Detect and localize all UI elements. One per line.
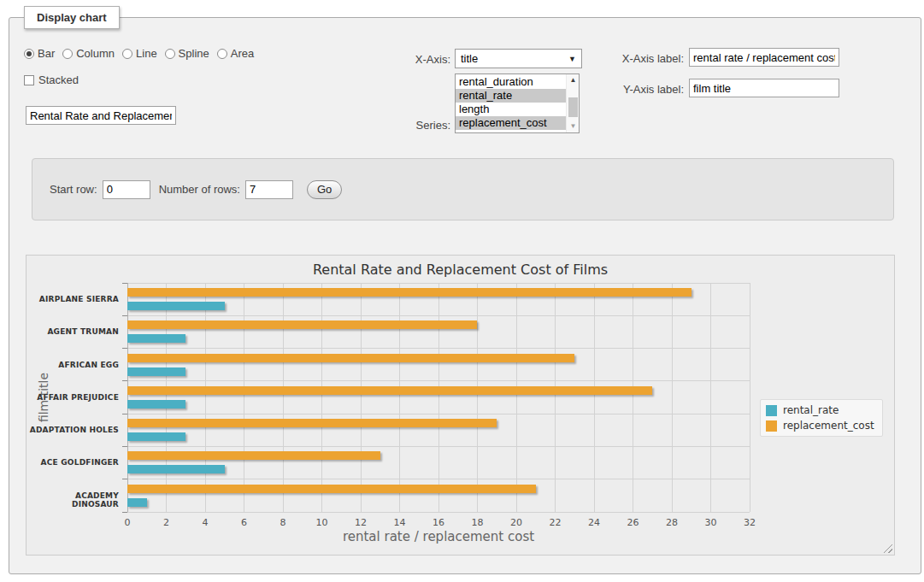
bar-replacement_cost-airplane-sierra[interactable]	[127, 288, 692, 297]
bar-rental_rate-airplane-sierra[interactable]	[127, 302, 225, 310]
gridline	[516, 283, 517, 512]
x-tick-label: 24	[581, 517, 607, 528]
gridline	[127, 348, 750, 349]
radio-icon[interactable]	[165, 49, 175, 59]
y-axis-line	[127, 283, 128, 512]
chart-type-spline[interactable]: Spline	[165, 47, 209, 60]
scrollbar-thumb[interactable]	[568, 97, 578, 117]
x-tick-label: 18	[465, 517, 491, 528]
legend-item-rental_rate[interactable]: rental_rate	[766, 404, 874, 416]
x-tick-label: 4	[192, 517, 218, 528]
category-label: AGENT TRUMAN	[26, 327, 119, 336]
page: Display chart BarColumnLineSplineArea St…	[0, 0, 924, 582]
resize-handle-icon[interactable]	[883, 544, 892, 553]
series-scrollbar[interactable]: ▲ ▼	[566, 74, 579, 132]
gridline	[750, 283, 750, 512]
legend-swatch-icon	[766, 420, 777, 432]
series-select-label: Series:	[348, 119, 450, 132]
series-option-rental_rate[interactable]: rental_rate	[456, 89, 566, 103]
x-tick-label: 20	[503, 517, 529, 528]
bar-rental_rate-african-egg[interactable]	[127, 367, 185, 376]
radio-icon[interactable]	[122, 49, 132, 59]
radio-icon[interactable]	[217, 49, 227, 59]
series-option-replacement_cost[interactable]: replacement_cost	[456, 116, 566, 130]
row-range-box: Start row: Number of rows: Go	[32, 158, 894, 220]
stacked-checkbox[interactable]	[24, 75, 34, 85]
x-tick-label: 10	[309, 517, 335, 528]
category-label: AFRICAN EGG	[26, 361, 119, 369]
chart-type-column[interactable]: Column	[62, 47, 115, 60]
x-axis-label-label: X-Axis label:	[581, 52, 684, 65]
legend-label: rental_rate	[783, 404, 839, 416]
bar-replacement_cost-affair-prejudice[interactable]	[127, 386, 652, 395]
chart-type-area[interactable]: Area	[217, 47, 254, 60]
gridline	[127, 479, 750, 479]
gridline	[244, 283, 244, 512]
gridline	[672, 283, 673, 512]
gridline	[438, 283, 439, 512]
chart-title-input[interactable]	[26, 106, 176, 125]
category-label: AIRPLANE SIERRA	[26, 295, 119, 303]
y-axis-label-input[interactable]	[689, 79, 839, 97]
radio-icon[interactable]	[62, 49, 73, 59]
chart-type-line[interactable]: Line	[122, 47, 157, 60]
category-label: ACADEMY DINOSAUR	[26, 491, 119, 509]
series-listbox[interactable]: rental_durationrental_ratelengthreplacem…	[455, 73, 580, 133]
gridline	[127, 315, 750, 316]
scroll-down-icon[interactable]: ▼	[567, 121, 580, 132]
bar-rental_rate-academy-dinosaur[interactable]	[127, 498, 147, 507]
bar-replacement_cost-african-egg[interactable]	[127, 354, 574, 362]
bar-replacement_cost-adaptation-holes[interactable]	[127, 419, 497, 427]
x-tick-label: 22	[543, 517, 568, 528]
stacked-checkbox-row[interactable]: Stacked	[24, 73, 79, 86]
start-row-input[interactable]	[103, 180, 150, 199]
start-row-label: Start row:	[50, 183, 97, 196]
series-option-rental_duration[interactable]: rental_duration	[456, 75, 566, 89]
x-axis-label-input[interactable]	[689, 48, 839, 67]
x-tick-label: 12	[348, 517, 374, 528]
scroll-up-icon[interactable]: ▲	[567, 74, 580, 86]
go-button[interactable]: Go	[307, 180, 342, 199]
series-option-length[interactable]: length	[456, 103, 566, 116]
y-axis-label-label: Y-Axis label:	[581, 83, 684, 96]
x-tick-label: 28	[659, 517, 685, 528]
category-label: ADAPTATION HOLES	[26, 426, 119, 434]
bar-rental_rate-agent-truman[interactable]	[127, 334, 185, 343]
bar-rental_rate-ace-goldfinger[interactable]	[127, 465, 225, 473]
bar-rental_rate-affair-prejudice[interactable]	[127, 400, 185, 409]
chevron-down-icon: ▼	[568, 55, 576, 63]
legend-swatch-icon	[766, 405, 777, 416]
bar-replacement_cost-academy-dinosaur[interactable]	[127, 485, 536, 493]
radio-label: Column	[76, 47, 115, 60]
gridline	[555, 283, 556, 512]
chart-plot-area	[127, 283, 750, 512]
stacked-label: Stacked	[38, 73, 79, 86]
bar-replacement_cost-agent-truman[interactable]	[127, 320, 477, 329]
bar-rental_rate-adaptation-holes[interactable]	[127, 432, 185, 441]
x-axis-selected-value: title	[461, 52, 478, 65]
bar-replacement_cost-ace-goldfinger[interactable]	[127, 451, 380, 460]
legend-item-replacement_cost[interactable]: replacement_cost	[766, 420, 874, 432]
x-tick-label: 26	[621, 517, 646, 528]
gridline	[477, 283, 478, 512]
x-axis-select[interactable]: title ▼	[455, 49, 582, 68]
chart-title: Rental Rate and Replacement Cost of Film…	[26, 262, 894, 278]
radio-icon[interactable]	[24, 49, 34, 59]
radio-label: Bar	[38, 47, 55, 60]
gridline	[166, 283, 167, 512]
gridline	[399, 283, 400, 512]
gridline	[205, 283, 206, 512]
chart-type-bar[interactable]: Bar	[24, 47, 55, 60]
chart-container: Rental Rate and Replacement Cost of Film…	[26, 255, 895, 556]
gridline	[633, 283, 633, 512]
num-rows-input[interactable]	[245, 180, 293, 199]
category-label: ACE GOLDFINGER	[26, 458, 119, 467]
gridline	[361, 283, 362, 512]
x-tick-label: 32	[737, 517, 762, 528]
series-options: rental_durationrental_ratelengthreplacem…	[456, 75, 566, 130]
x-axis-select-label: X-Axis:	[348, 53, 450, 66]
chart-legend: rental_ratereplacement_cost	[760, 399, 883, 437]
radio-label: Area	[231, 47, 254, 60]
gridline	[127, 380, 750, 381]
gridline	[127, 512, 750, 513]
